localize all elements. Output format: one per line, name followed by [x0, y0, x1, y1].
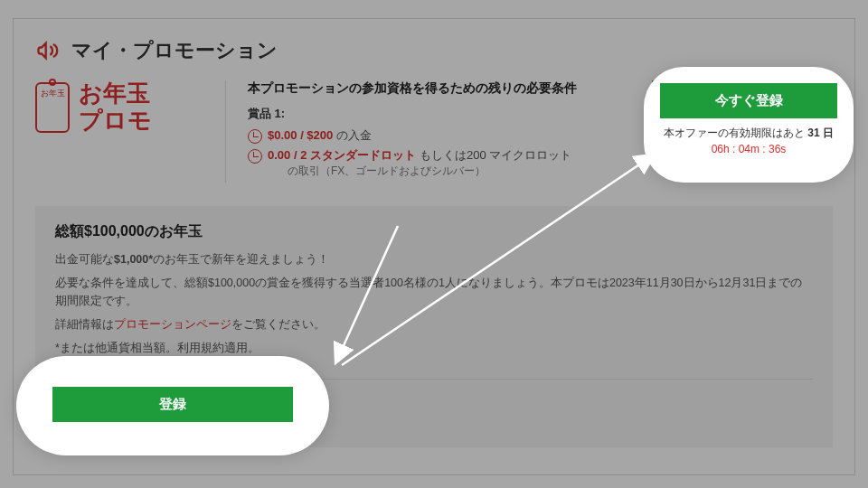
prize-label: 賞品 1: [248, 106, 652, 122]
page-title: マイ・プロモーション [71, 37, 278, 64]
offer-expiry: 本オファーの有効期限はあと 31 日 [660, 126, 837, 141]
promo-page-link[interactable]: プロモーションページ [114, 318, 231, 331]
spotlight-register: 登録 [16, 356, 329, 455]
register-button[interactable]: 登録 [52, 387, 293, 422]
req-deposit: $0.00 / $200の入金 [248, 127, 652, 144]
req-title: 本プロモーションの参加資格を得るための残りの必要条件 [248, 80, 652, 97]
promo-logo: お年玉 お年玉プロモ [35, 80, 225, 135]
clock-icon [248, 149, 262, 164]
clock-icon [248, 129, 262, 144]
spotlight-register-now: 今すぐ登録 本オファーの有効期限はあと 31 日 06h : 04m : 36s [644, 67, 854, 183]
req-lots: 0.00 / 2 スタンダードロットもしくは200 マイクロロット の取引（FX… [248, 147, 652, 179]
desc-heading: 総額$100,000のお年玉 [55, 222, 813, 241]
megaphone-icon [35, 38, 61, 63]
register-now-button[interactable]: 今すぐ登録 [660, 83, 837, 118]
requirements: 本プロモーションの参加資格を得るための残りの必要条件 賞品 1: $0.00 /… [225, 80, 652, 183]
countdown: 06h : 04m : 36s [660, 143, 837, 155]
